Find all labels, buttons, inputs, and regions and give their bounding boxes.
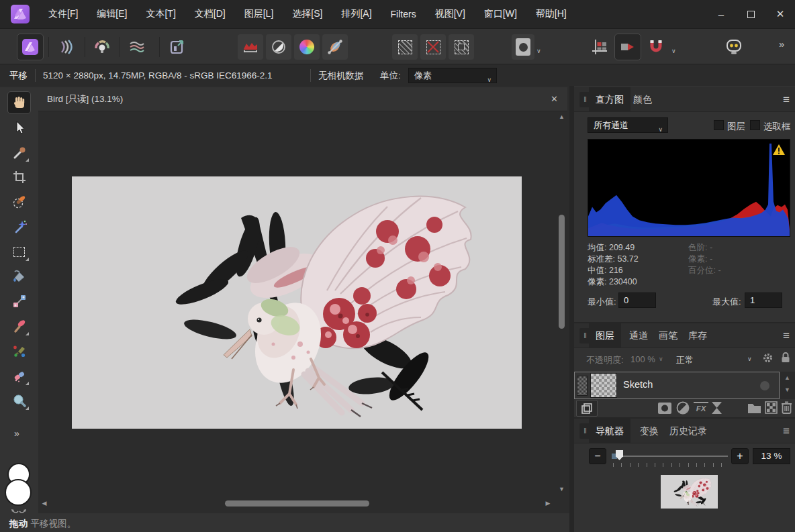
tab-stock[interactable]: 库存 — [682, 323, 714, 348]
minimize-button[interactable]: – — [706, 0, 736, 28]
menu-text[interactable]: 文本[T] — [146, 8, 175, 20]
flood-fill-tool[interactable] — [8, 266, 30, 287]
chevron-down-icon[interactable]: ∨ — [747, 356, 752, 362]
assistant-button[interactable] — [721, 34, 747, 60]
layer-drag-grip[interactable] — [577, 376, 588, 396]
tab-navigator[interactable]: 导航器 — [589, 419, 630, 443]
canvas-page[interactable] — [72, 176, 522, 429]
snapping-dropdown-chevron[interactable]: ∨ — [671, 44, 676, 56]
auto-levels-button[interactable] — [238, 34, 263, 60]
new-mask-button[interactable] — [512, 34, 534, 60]
opacity-value[interactable]: 100 % — [630, 354, 655, 364]
new-layer-icon[interactable] — [765, 401, 778, 414]
zoom-out-button[interactable]: − — [589, 448, 606, 464]
layer-checkbox[interactable] — [714, 120, 724, 130]
auto-white-balance-button[interactable] — [322, 34, 348, 60]
document-tab[interactable]: Bird [只读] (13.1%) ✕ — [38, 87, 567, 111]
mask-dropdown-chevron[interactable]: ∨ — [536, 44, 541, 56]
edit-all-layers-button[interactable] — [576, 400, 598, 417]
invert-selection-button[interactable] — [449, 34, 474, 60]
close-button[interactable]: ✕ — [765, 0, 795, 28]
selection-brush-tool[interactable] — [8, 191, 30, 213]
blur-tool[interactable] — [8, 390, 30, 411]
tab-histogram[interactable]: 直方图 — [589, 87, 630, 112]
move-tool[interactable] — [8, 117, 30, 138]
warning-icon[interactable] — [772, 144, 786, 156]
mask-layer-icon[interactable] — [657, 402, 672, 415]
delete-layer-trash-icon[interactable] — [781, 401, 792, 414]
layer-row[interactable]: Sketch — [574, 372, 780, 399]
gear-icon[interactable] — [762, 352, 774, 364]
gradient-tool[interactable] — [8, 290, 30, 312]
tab-color[interactable]: 颜色 — [626, 87, 659, 112]
tab-brushes[interactable]: 画笔 — [652, 323, 684, 348]
marquee-checkbox[interactable] — [750, 120, 760, 130]
tab-layers[interactable]: 图层 — [589, 323, 621, 348]
adjustment-layer-icon[interactable] — [676, 401, 690, 415]
menu-window[interactable]: 窗口[W] — [484, 8, 517, 20]
flood-select-tool[interactable] — [8, 216, 30, 237]
menu-filters[interactable]: Filters — [391, 9, 416, 19]
channel-select[interactable]: 所有通道 ∨ — [588, 117, 668, 133]
export-persona-button[interactable] — [165, 34, 190, 60]
auto-contrast-button[interactable] — [266, 34, 291, 60]
erase-brush-tool[interactable] — [8, 365, 30, 386]
scroll-right-icon[interactable]: ▶ — [543, 500, 553, 507]
menu-layer[interactable]: 图层[L] — [244, 8, 274, 20]
paint-brush-tool[interactable] — [8, 315, 30, 337]
deselect-button[interactable] — [420, 34, 446, 60]
min-value-input[interactable]: 0 — [618, 292, 656, 308]
toolbar-overflow-button[interactable]: » — [779, 38, 784, 50]
zoom-slider-track[interactable] — [612, 456, 728, 457]
crop-tool[interactable] — [8, 166, 30, 188]
horizontal-scroll-thumb[interactable] — [225, 500, 369, 507]
layer-effects-icon[interactable]: FX — [694, 402, 708, 414]
develop-persona-button[interactable] — [89, 34, 115, 60]
chevron-down-icon[interactable]: ∨ — [659, 356, 663, 362]
photo-persona-button[interactable] — [17, 34, 43, 60]
fill-color-swatch[interactable] — [5, 479, 32, 506]
layer-list-scrollbar[interactable]: ▲ ▼ — [780, 372, 795, 399]
snapping-magnet-button[interactable] — [643, 34, 669, 60]
tonemap-persona-button[interactable] — [124, 34, 150, 60]
menu-arrange[interactable]: 排列[A] — [341, 8, 371, 20]
view-hand-tool[interactable] — [8, 92, 30, 113]
more-tools-button[interactable]: » — [14, 428, 19, 439]
panel-menu-icon[interactable]: ≡ — [783, 323, 790, 348]
menu-view[interactable]: 视图[V] — [435, 8, 465, 20]
canvas-viewport[interactable] — [38, 111, 556, 496]
menu-select[interactable]: 选择[S] — [292, 8, 322, 20]
document-tab-close-icon[interactable]: ✕ — [551, 87, 558, 111]
scroll-down-icon[interactable]: ▼ — [556, 486, 567, 492]
maximize-button[interactable] — [736, 0, 765, 28]
marquee-select-tool[interactable] — [8, 241, 30, 262]
menu-document[interactable]: 文档[D] — [195, 8, 226, 20]
vertical-scrollbar[interactable]: ▲ ▼ — [556, 111, 567, 496]
scroll-down-icon[interactable]: ▼ — [780, 386, 795, 393]
panel-menu-icon[interactable]: ≡ — [783, 87, 790, 112]
move-by-whole-pixels-button[interactable] — [615, 34, 641, 60]
snapping-grid-button[interactable] — [587, 34, 612, 60]
menu-file[interactable]: 文件[F] — [48, 8, 78, 20]
unit-select[interactable]: 像素 ∨ — [408, 68, 497, 83]
color-picker-tool[interactable] — [8, 142, 30, 163]
zoom-in-button[interactable]: + — [731, 448, 749, 464]
layer-name[interactable]: Sketch — [623, 379, 653, 390]
tab-history[interactable]: 历史记录 — [663, 419, 714, 443]
scroll-up-icon[interactable]: ▲ — [780, 374, 795, 381]
lock-icon[interactable] — [781, 352, 790, 364]
vertical-scroll-thumb[interactable] — [559, 215, 565, 329]
blend-mode-value[interactable]: 正常 — [676, 354, 694, 366]
menu-help[interactable]: 帮助[H] — [536, 8, 567, 20]
tab-transform[interactable]: 变换 — [633, 419, 665, 443]
color-replacement-brush-tool[interactable] — [8, 340, 30, 362]
scroll-left-icon[interactable]: ◀ — [40, 500, 49, 507]
auto-colors-button[interactable] — [294, 34, 320, 60]
panel-menu-icon[interactable]: ≡ — [783, 419, 790, 443]
group-folder-icon[interactable] — [747, 401, 761, 414]
live-filter-icon[interactable] — [711, 401, 722, 415]
select-all-button[interactable] — [392, 34, 418, 60]
layer-thumbnail[interactable] — [590, 373, 617, 398]
tab-channels[interactable]: 通道 — [622, 323, 655, 348]
layer-visibility-dot[interactable] — [760, 381, 769, 390]
